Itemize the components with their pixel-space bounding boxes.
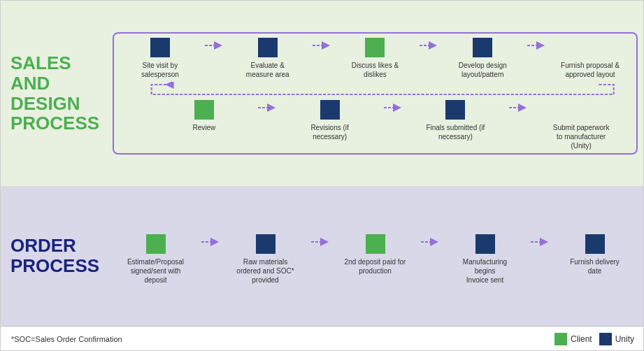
legend-unity-box bbox=[599, 333, 612, 345]
step-review-box bbox=[194, 100, 214, 120]
step-raw-box bbox=[256, 234, 276, 254]
step-deposit: 2nd deposit paid for production bbox=[332, 234, 418, 275]
sales-title: SALES AND DESIGN PROCESS bbox=[10, 53, 99, 133]
arrow-4 bbox=[524, 38, 548, 50]
step-furnish-delivery-label: Furnish delivery date bbox=[564, 257, 627, 275]
arrow-o3 bbox=[418, 234, 442, 246]
step-manufacturing: Manufacturing beginsInvoice sent bbox=[442, 234, 528, 285]
sales-design-section: SALES AND DESIGN PROCESS Site visit by s… bbox=[1, 1, 644, 186]
arrow-r2 bbox=[381, 100, 405, 112]
legend: Client Unity bbox=[554, 333, 634, 345]
step-raw-label: Raw materials ordered and SOC* provided bbox=[234, 257, 297, 285]
step-review-label: Review bbox=[192, 123, 215, 132]
step-estimate: Estimate/Proposal signed/sent with depos… bbox=[113, 234, 199, 285]
step-furnish-delivery-box bbox=[585, 234, 605, 254]
step-deposit-box bbox=[366, 234, 385, 254]
step-revisions-label: Revisions (if necessary) bbox=[299, 123, 362, 141]
step-develop-label: Develop design layout/pattern bbox=[451, 61, 514, 79]
sales-flow-area: Site visit by salesperson bbox=[109, 1, 644, 186]
step-evaluate-label: Evaluate & measure area bbox=[236, 61, 299, 79]
step-raw: Raw materials ordered and SOC* provided bbox=[222, 234, 308, 285]
sales-flow-box: Site visit by salesperson bbox=[113, 32, 638, 155]
step-furnish-delivery: Furnish delivery date bbox=[552, 234, 638, 275]
step-submit-label: Submit paperwork to manufacturer (Unity) bbox=[550, 123, 613, 150]
legend-unity: Unity bbox=[599, 333, 634, 345]
step-finals-label: Finals submitted (if necessary) bbox=[424, 123, 487, 141]
step-site-visit: Site visit by salesperson bbox=[118, 38, 202, 79]
step-discuss-label: Discuss likes & dislikes bbox=[343, 61, 406, 79]
legend-client-label: Client bbox=[571, 334, 592, 344]
arrow-2 bbox=[310, 38, 334, 50]
footer: *SOC=Sales Order Confirmation Client Uni… bbox=[1, 326, 644, 351]
arrow-o1 bbox=[199, 234, 222, 246]
step-estimate-label: Estimate/Proposal signed/sent with depos… bbox=[124, 257, 187, 285]
step-finals-box bbox=[445, 100, 465, 120]
sales-row1: Site visit by salesperson bbox=[118, 38, 632, 79]
sales-title-area: SALES AND DESIGN PROCESS bbox=[1, 1, 109, 186]
step-finals: Finals submitted (if necessary) bbox=[405, 100, 507, 141]
step-furnish-proposal-box bbox=[580, 38, 600, 57]
arrow-r3 bbox=[506, 100, 530, 112]
step-manufacturing-box bbox=[475, 234, 495, 254]
arrow-1 bbox=[202, 38, 226, 50]
step-site-visit-label: Site visit by salesperson bbox=[129, 61, 192, 79]
step-develop: Develop design layout/pattern bbox=[441, 38, 524, 79]
step-manufacturing-label: Manufacturing beginsInvoice sent bbox=[454, 257, 517, 285]
step-evaluate-box bbox=[258, 38, 278, 57]
step-furnish-proposal: Furnish proposal & approved layout bbox=[548, 38, 632, 79]
step-deposit-label: 2nd deposit paid for production bbox=[344, 257, 407, 275]
step-submit-box bbox=[571, 100, 591, 120]
order-title: ORDER PROCESS bbox=[10, 236, 99, 275]
arrow-r1 bbox=[255, 100, 279, 112]
arrow-3 bbox=[417, 38, 441, 50]
step-discuss: Discuss likes & dislikes bbox=[334, 38, 417, 79]
step-evaluate: Evaluate & measure area bbox=[226, 38, 310, 79]
order-title-area: ORDER PROCESS bbox=[1, 186, 109, 326]
step-estimate-box bbox=[146, 234, 166, 254]
arrow-o4 bbox=[528, 234, 552, 246]
main-container: SALES AND DESIGN PROCESS Site visit by s… bbox=[1, 1, 644, 351]
step-revisions: Revisions (if necessary) bbox=[279, 100, 381, 141]
order-flow: Estimate/Proposal signed/sent with depos… bbox=[113, 227, 638, 285]
order-flow-area: Estimate/Proposal signed/sent with depos… bbox=[109, 186, 644, 326]
step-furnish-proposal-label: Furnish proposal & approved layout bbox=[559, 61, 622, 79]
step-revisions-box bbox=[320, 100, 340, 120]
legend-client: Client bbox=[554, 333, 592, 345]
legend-unity-label: Unity bbox=[615, 334, 634, 344]
arrow-o2 bbox=[308, 234, 332, 246]
footer-note: *SOC=Sales Order Confirmation bbox=[11, 335, 554, 343]
step-site-visit-box bbox=[150, 38, 170, 57]
legend-client-box bbox=[554, 333, 567, 345]
step-submit: Submit paperwork to manufacturer (Unity) bbox=[530, 100, 632, 150]
step-review: Review bbox=[153, 100, 255, 132]
return-arrow bbox=[118, 82, 632, 97]
sales-row2: Review bbox=[118, 100, 632, 150]
step-develop-box bbox=[473, 38, 492, 57]
step-discuss-box bbox=[365, 38, 385, 57]
order-section: ORDER PROCESS Estimate/Proposal signed/s… bbox=[1, 186, 644, 326]
